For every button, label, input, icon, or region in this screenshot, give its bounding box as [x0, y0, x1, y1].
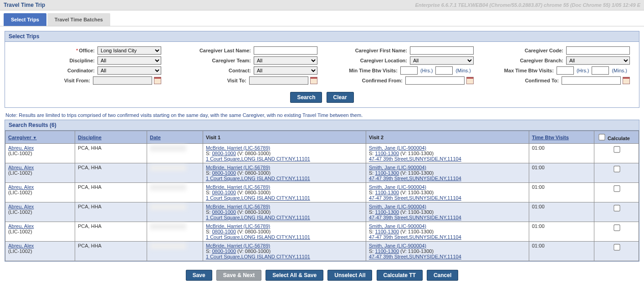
visit1-schedule-link[interactable]: 0800-1000	[212, 209, 236, 215]
calculate-all-checkbox[interactable]	[598, 134, 605, 140]
confirmed-from-input[interactable]	[405, 76, 465, 85]
visit1-patient-link[interactable]: McBride, Harriet (LIC-56789)	[206, 145, 270, 151]
visit2-schedule-link[interactable]: 1100-1300	[375, 248, 399, 254]
caregiver-location-select[interactable]: All	[410, 56, 474, 65]
visit-to-input[interactable]	[249, 76, 308, 85]
unselect-all-button[interactable]: Unselect All	[327, 270, 372, 281]
visit2-address-link[interactable]: 47-47 39th Street,SUNNYSIDE,NY,11104	[369, 176, 461, 181]
visit1-verified: (V: 0800-1000)	[236, 151, 271, 156]
visit2-schedule-link[interactable]: 1100-1300	[375, 190, 399, 195]
caregiver-link[interactable]: Abreu, Alex	[8, 145, 34, 151]
caregiver-first-name-input[interactable]	[410, 46, 474, 55]
visit2-address-link[interactable]: 47-47 39th Street,SUNNYSIDE,NY,11104	[369, 234, 461, 240]
visit2-schedule-link[interactable]: 1100-1300	[375, 170, 399, 176]
discipline-select[interactable]: All	[97, 56, 161, 65]
visit1-patient-link[interactable]: McBride, Harriet (LIC-56789)	[206, 204, 270, 209]
caregiver-link[interactable]: Abreu, Alex	[8, 243, 34, 248]
coordinator-select[interactable]: All	[97, 66, 161, 75]
max-hrs-input[interactable]	[557, 66, 574, 75]
calendar-icon[interactable]	[310, 77, 317, 84]
visit1-address-link[interactable]: 1 Court Square,LONG ISLAND CITY,NY,11101	[206, 254, 310, 259]
office-select[interactable]: Long Island City	[97, 46, 161, 55]
visit1-address-link[interactable]: 1 Court Square,LONG ISLAND CITY,NY,11101	[206, 176, 310, 181]
visit2-address-link[interactable]: 47-47 39th Street,SUNNYSIDE,NY,11104	[369, 195, 461, 201]
visit2-patient-link[interactable]: Smith, Jane (LIC-900004)	[369, 243, 426, 248]
label-caregiver-team: Caregiver Team:	[212, 58, 251, 63]
cancel-button[interactable]: Cancel	[427, 270, 458, 281]
label-office: Office:	[79, 48, 95, 53]
visit2-patient-link[interactable]: Smith, Jane (LIC-900004)	[369, 184, 426, 190]
select-all-save-button[interactable]: Select All & Save	[266, 270, 323, 281]
caregiver-link[interactable]: Abreu, Alex	[8, 184, 34, 190]
visit1-address-link[interactable]: 1 Court Square,LONG ISLAND CITY,NY,11101	[206, 156, 310, 162]
caregiver-link[interactable]: Abreu, Alex	[8, 204, 34, 209]
calendar-icon[interactable]	[154, 77, 161, 84]
discipline-cell: PCA, HHA	[75, 183, 147, 202]
col-visit2: Visit 2	[369, 135, 383, 140]
visit2-schedule-link[interactable]: 1100-1300	[375, 209, 399, 215]
col-caregiver[interactable]: Caregiver ▼	[8, 135, 37, 140]
calculate-row-checkbox[interactable]	[613, 224, 620, 231]
visit2-address-link[interactable]: 47-47 39th Street,SUNNYSIDE,NY,11104	[369, 254, 461, 259]
visit2-address-link[interactable]: 47-47 39th Street,SUNNYSIDE,NY,11104	[369, 156, 461, 162]
calculate-row-checkbox[interactable]	[613, 166, 620, 172]
visit2-patient-link[interactable]: Smith, Jane (LIC-900004)	[369, 223, 426, 229]
visit1-schedule-link[interactable]: 0800-1000	[212, 190, 236, 195]
calculate-row-checkbox[interactable]	[613, 205, 620, 211]
calculate-row-checkbox[interactable]	[613, 244, 620, 250]
label-min-time-btw: Min Time Btw Visits:	[349, 68, 398, 73]
caregiver-link[interactable]: Abreu, Alex	[8, 165, 34, 170]
caregiver-branch-select[interactable]: All	[566, 56, 630, 65]
discipline-cell: PCA, HHA	[75, 144, 147, 163]
min-mins-input[interactable]	[435, 66, 453, 75]
tab-travel-time-batches[interactable]: Travel Time Batches	[47, 13, 110, 26]
search-button[interactable]: Search	[290, 92, 322, 103]
results-title: Search Results (6)	[5, 120, 639, 131]
visit1-schedule-link[interactable]: 0800-1000	[212, 170, 236, 176]
col-calculate: Calculate	[608, 136, 630, 141]
label-discipline: Discipline:	[69, 58, 95, 63]
search-panel: Select Trips *Office:Long Island City Ca…	[5, 31, 639, 108]
visit1-schedule-link[interactable]: 0800-1000	[212, 151, 236, 156]
visit1-patient-link[interactable]: McBride, Harriet (LIC-56789)	[206, 165, 270, 170]
visit1-patient-link[interactable]: McBride, Harriet (LIC-56789)	[206, 243, 270, 248]
contract-select[interactable]: All	[254, 66, 317, 75]
visit2-patient-link[interactable]: Smith, Jane (LIC-900004)	[369, 165, 426, 170]
visit2-schedule-link[interactable]: 1100-1300	[375, 151, 399, 156]
label-visit-to: Visit To:	[227, 78, 246, 83]
confirmed-to-input[interactable]	[562, 76, 621, 85]
visit1-schedule-link[interactable]: 0800-1000	[212, 248, 236, 254]
calculate-row-checkbox[interactable]	[613, 185, 620, 192]
tab-select-trips[interactable]: Select Trips	[4, 13, 46, 26]
calculate-tt-button[interactable]: Calculate TT	[377, 270, 423, 281]
visit-from-input[interactable]	[93, 76, 152, 85]
col-time-btw[interactable]: Time Btw Visits	[532, 135, 569, 140]
calendar-icon[interactable]	[623, 77, 630, 84]
visit2-schedule-link[interactable]: 1100-1300	[375, 229, 399, 234]
table-row: Abreu, Alex(LIC-1002)PCA, HHA McBride, H…	[5, 242, 639, 261]
visit1-address-link[interactable]: 1 Court Square,LONG ISLAND CITY,NY,11101	[206, 234, 310, 240]
visit2-patient-link[interactable]: Smith, Jane (LIC-900004)	[369, 204, 426, 209]
label-max-time-btw: Max Time Btw Visits:	[504, 68, 554, 73]
visit2-patient-link[interactable]: Smith, Jane (LIC-900004)	[369, 145, 426, 151]
caregiver-code: (LIC-1002)	[8, 151, 32, 156]
visit1-patient-link[interactable]: McBride, Harriet (LIC-56789)	[206, 223, 270, 229]
col-discipline[interactable]: Discipline	[78, 135, 102, 140]
save-button[interactable]: Save	[186, 270, 212, 281]
calendar-icon[interactable]	[466, 77, 474, 84]
visit1-schedule-link[interactable]: 0800-1000	[212, 229, 236, 234]
col-date[interactable]: Date	[150, 135, 161, 140]
caregiver-code-input[interactable]	[566, 46, 630, 55]
caregiver-link[interactable]: Abreu, Alex	[8, 223, 34, 229]
visit2-address-link[interactable]: 47-47 39th Street,SUNNYSIDE,NY,11104	[369, 215, 461, 220]
save-next-button[interactable]: Save & Next	[216, 270, 261, 281]
visit1-patient-link[interactable]: McBride, Harriet (LIC-56789)	[206, 184, 270, 190]
caregiver-last-name-input[interactable]	[254, 46, 317, 55]
calculate-row-checkbox[interactable]	[613, 146, 620, 152]
max-mins-input[interactable]	[592, 66, 609, 75]
clear-button[interactable]: Clear	[327, 92, 354, 103]
visit1-address-link[interactable]: 1 Court Square,LONG ISLAND CITY,NY,11101	[206, 215, 310, 220]
caregiver-team-select[interactable]: All	[254, 56, 317, 65]
min-hrs-input[interactable]	[400, 66, 418, 75]
visit1-address-link[interactable]: 1 Court Square,LONG ISLAND CITY,NY,11101	[206, 195, 310, 201]
